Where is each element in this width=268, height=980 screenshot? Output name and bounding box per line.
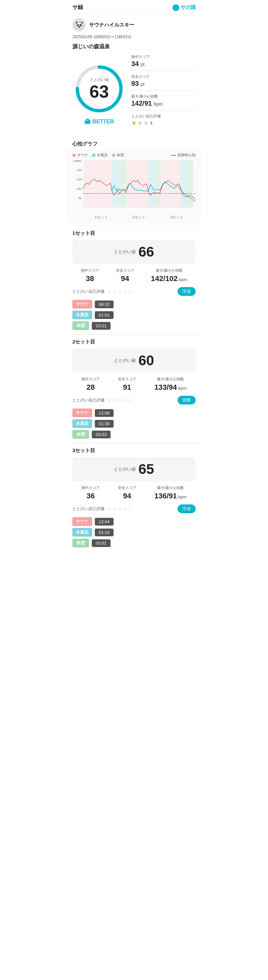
totonoi-label-2: ととのい値 xyxy=(114,358,136,364)
tag-time-rest: 03:01 xyxy=(92,539,111,547)
legend-dot-water xyxy=(92,154,95,157)
score-value: 36 xyxy=(81,492,100,500)
set-star-5: ☆ xyxy=(128,397,133,404)
totonoi-label-3: ととのい値 xyxy=(114,466,136,472)
better-icon: 🏔 xyxy=(84,118,90,126)
header: サ録 ○ サの国 xyxy=(67,0,201,14)
legend-line-hr xyxy=(171,155,176,156)
tag-time-rest: 03:01 xyxy=(92,322,111,330)
time-tag-row: サウナ 12:06 xyxy=(72,409,196,417)
tag-label-water: 水風呂 xyxy=(72,310,92,319)
legend-resting-hr: 安静時心拍 xyxy=(171,153,196,158)
set-section-1: 1セット目 ととのい値 66 熱中スコア 38 安全スコア 94 xyxy=(67,226,201,334)
set-score-item-2: 最大/最小心拍数 133/94 bpm xyxy=(154,377,187,392)
svg-text:(bpm): (bpm) xyxy=(73,160,81,162)
x-label-1: 1セット xyxy=(95,215,108,220)
score-label: 安全スコア xyxy=(116,268,134,273)
set-star-5: ☆ xyxy=(128,288,133,295)
time-tag-row: 休憩 03:01 xyxy=(72,539,196,547)
score-row-hr: 最大/最小心拍数 142/91 bpm xyxy=(131,94,196,110)
self-eval-left: ととのい自己評価 ☆☆☆☆☆ xyxy=(72,506,133,512)
better-badge: 🏔 BETTER xyxy=(84,118,114,126)
set-score-item-2: 最大/最小心拍数 142/102 bpm xyxy=(151,268,187,283)
time-tag-row: 休憩 03:01 xyxy=(72,321,196,330)
chart-x-labels: 1セット 2セット 3セット xyxy=(72,214,196,220)
legend-label-sauna: サウナ xyxy=(77,153,88,158)
legend-sauna: サウナ xyxy=(72,153,88,158)
set-title-3: 3セット目 xyxy=(72,447,196,454)
badge-button-3[interactable]: 浮遊 xyxy=(178,504,196,513)
score-label: 最大/最小心拍数 xyxy=(151,268,187,273)
score-value: 94 xyxy=(118,492,136,500)
totonoi-display-1: ととのい値 66 xyxy=(72,240,196,264)
user-section: 🐼 サウナハイルスキー xyxy=(67,14,201,33)
score-value: 38 xyxy=(81,274,99,283)
time-tags-1: サウナ 08:32 水風呂 01:01 休憩 03:01 xyxy=(72,300,196,330)
safe-value: 93 pt xyxy=(131,80,196,88)
score-label: 安全スコア xyxy=(118,485,136,490)
tag-time-sauna: 08:32 xyxy=(95,301,114,308)
set-score-item-1: 安全スコア 94 xyxy=(116,268,134,283)
user-name: サウナハイルスキー xyxy=(89,22,134,28)
time-tag-row: サウナ 08:32 xyxy=(72,300,196,309)
totonoi-value-2: 60 xyxy=(138,353,154,369)
star-1: ★ xyxy=(131,119,137,127)
set-title-2: 2セット目 xyxy=(72,339,196,345)
svg-rect-6 xyxy=(148,160,154,207)
totonoi-value-1: 66 xyxy=(138,244,154,260)
set-star-1: ☆ xyxy=(106,506,111,512)
chart-svg: 160 140 120 100 80 (bpm) xyxy=(72,160,196,214)
svg-text:140: 140 xyxy=(76,169,82,172)
set-title-1: 1セット目 xyxy=(72,230,196,237)
tag-time-water: 01:33 xyxy=(95,528,114,536)
totonoi-value-3: 65 xyxy=(138,461,154,477)
circle-gauge: ととのい値 63 xyxy=(72,62,126,116)
self-eval-label: ととのい自己評価 xyxy=(72,506,105,512)
tag-time-water: 01:30 xyxy=(95,420,114,428)
tag-label-rest: 休憩 xyxy=(72,321,89,330)
score-value: 133/94 bpm xyxy=(154,383,187,392)
score-section: ととのい値 63 🏔 BETTER 熱中スコア 34 pt 安全スコア 93 p… xyxy=(67,54,201,138)
badge-button-1[interactable]: 浮遊 xyxy=(178,287,196,296)
right-scores: 熱中スコア 34 pt 安全スコア 93 pt 最大/最小心拍数 142/91 … xyxy=(131,54,196,133)
datetime: 2025/01/05 10時55分〜11時52分 xyxy=(67,33,201,42)
overall-stars: ★ ★ ★ 3 xyxy=(131,119,196,127)
badge-button-2[interactable]: 覚醒 xyxy=(178,396,196,404)
legend-water: 水風呂 xyxy=(92,153,108,158)
tag-time-water: 01:01 xyxy=(95,311,114,319)
hr-value: 142/91 bpm xyxy=(131,100,196,107)
set-score-item-0: 熱中スコア 28 xyxy=(81,377,100,392)
set-scores-2: 熱中スコア 28 安全スコア 91 最大/最小心拍数 133/94 bpm xyxy=(72,377,196,392)
set-section-2: 2セット目 ととのい値 60 熱中スコア 28 安全スコア 91 xyxy=(67,334,201,443)
self-eval-label: ととのい自己評価 xyxy=(72,398,105,403)
set-star-4: ☆ xyxy=(123,288,127,295)
self-eval-label: ととのい自己評価 xyxy=(72,289,105,294)
place-name: 源じいの森温泉 xyxy=(67,42,201,54)
score-label: 熱中スコア xyxy=(81,485,100,490)
score-label: 最大/最小心拍数 xyxy=(154,485,187,490)
logo-text: サの国 xyxy=(181,4,196,11)
svg-rect-7 xyxy=(154,160,161,207)
legend-label-rest: 休憩 xyxy=(117,153,124,158)
time-tag-row: 休憩 03:03 xyxy=(72,430,196,439)
time-tag-row: 水風呂 01:30 xyxy=(72,419,196,428)
gauge-value: 63 xyxy=(89,83,109,100)
star-number: 3 xyxy=(150,121,152,126)
hr-label: 最大/最小心拍数 xyxy=(131,94,196,99)
svg-text:80: 80 xyxy=(78,197,82,200)
star-2: ★ xyxy=(137,119,143,127)
tag-time-sauna: 12:44 xyxy=(95,518,114,525)
set-score-item-1: 安全スコア 91 xyxy=(118,377,136,392)
score-label: 熱中スコア xyxy=(81,377,100,382)
set-star-4: ☆ xyxy=(123,506,127,512)
self-eval-stars: ☆☆☆☆☆ xyxy=(106,506,133,512)
set-scores-1: 熱中スコア 38 安全スコア 94 最大/最小心拍数 142/102 bpm xyxy=(72,268,196,283)
tag-label-water: 水風呂 xyxy=(72,528,92,537)
time-tags-2: サウナ 12:06 水風呂 01:30 休憩 03:03 xyxy=(72,409,196,439)
logo-icon: ○ xyxy=(173,4,179,11)
self-label: ととのい自己評価 xyxy=(131,114,196,119)
set-section-3: 3セット目 ととのい値 65 熱中スコア 36 安全スコア 94 xyxy=(67,443,201,551)
totonoi-label-1: ととのい値 xyxy=(114,249,136,255)
set-score-item-0: 熱中スコア 38 xyxy=(81,268,99,283)
time-tags-3: サウナ 12:44 水風呂 01:33 休憩 03:01 xyxy=(72,517,196,547)
